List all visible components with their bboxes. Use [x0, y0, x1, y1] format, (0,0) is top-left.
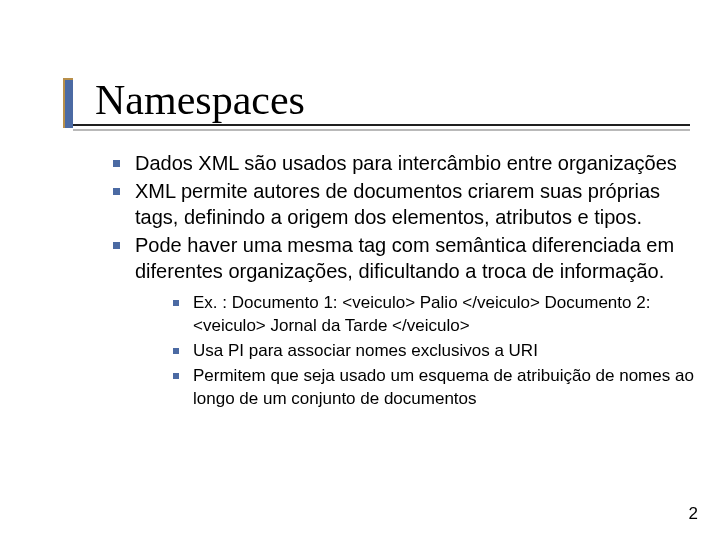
list-item: Ex. : Documento 1: <veiculo> Palio </vei…: [165, 292, 700, 338]
list-item: XML permite autores de documentos criare…: [95, 178, 700, 230]
list-item: Pode haver uma mesma tag com semântica d…: [95, 232, 700, 411]
bullet-text: Permitem que seja usado um esquema de at…: [193, 366, 694, 408]
list-item: Permitem que seja usado um esquema de at…: [165, 365, 700, 411]
bullet-text: Ex. : Documento 1: <veiculo> Palio </vei…: [193, 293, 650, 335]
slide-body: Dados XML são usados para intercâmbio en…: [95, 150, 700, 413]
bullet-text: XML permite autores de documentos criare…: [135, 180, 660, 228]
bullet-text: Dados XML são usados para intercâmbio en…: [135, 152, 677, 174]
bullet-text: Pode haver uma mesma tag com semântica d…: [135, 234, 674, 282]
slide: Namespaces Dados XML são usados para int…: [0, 0, 720, 540]
bullet-text: Usa PI para associar nomes exclusivos a …: [193, 341, 538, 360]
slide-title: Namespaces: [95, 78, 690, 122]
bullet-list: Dados XML são usados para intercâmbio en…: [95, 150, 700, 411]
page-number: 2: [689, 504, 698, 524]
accent-bar-icon: [63, 78, 73, 128]
title-underline: [73, 124, 690, 129]
list-item: Usa PI para associar nomes exclusivos a …: [165, 340, 700, 363]
sub-bullet-list: Ex. : Documento 1: <veiculo> Palio </vei…: [135, 292, 700, 411]
title-area: Namespaces: [63, 78, 690, 129]
list-item: Dados XML são usados para intercâmbio en…: [95, 150, 700, 176]
